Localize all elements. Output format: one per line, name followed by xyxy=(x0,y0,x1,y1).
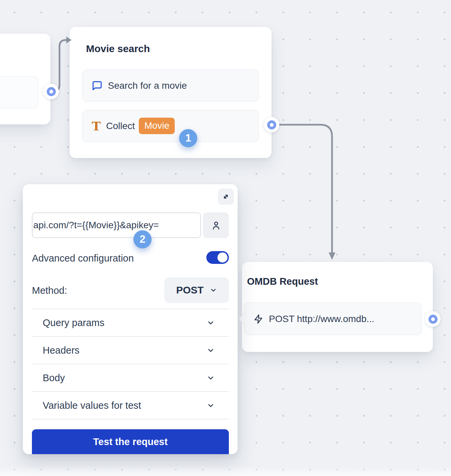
section-label: Body xyxy=(43,372,65,384)
webhook-step-row[interactable]: POST http://www.omdb... xyxy=(244,303,421,335)
section-label: Headers xyxy=(43,345,80,356)
chevron-down-icon[interactable] xyxy=(207,401,215,409)
section-variable-values[interactable]: Variable values for test xyxy=(32,392,229,419)
test-request-button[interactable]: Test the request xyxy=(32,429,229,454)
chevron-down-icon[interactable] xyxy=(207,374,215,382)
advanced-configuration-toggle[interactable] xyxy=(206,251,229,264)
section-label: Variable values for test xyxy=(43,400,141,411)
output-port-movie-search[interactable] xyxy=(264,117,279,132)
expand-icon xyxy=(221,192,230,201)
chevron-down-icon[interactable] xyxy=(207,319,215,327)
connector-upstream-to-movie-search xyxy=(51,40,67,91)
input-notch-icon xyxy=(239,313,250,324)
expand-button[interactable] xyxy=(218,189,234,205)
method-label: Method: xyxy=(32,285,67,296)
message-step-label: Search for a movie xyxy=(108,80,187,91)
section-headers[interactable]: Headers xyxy=(32,337,229,364)
step-badge-1: 1 xyxy=(179,129,197,147)
chevron-down-icon[interactable] xyxy=(207,346,215,354)
url-input-value: api.com/?t={{Movie}}&apikey= xyxy=(32,220,159,231)
port-ring-icon xyxy=(428,315,438,324)
step-badge-2: 2 xyxy=(133,230,152,248)
webhook-step-label: POST http://www.omdb... xyxy=(269,314,374,324)
divider xyxy=(32,419,229,420)
advanced-configuration-label: Advanced configuration xyxy=(32,253,134,264)
text-field-icon: T xyxy=(92,120,101,132)
person-button[interactable] xyxy=(203,212,229,238)
node-title: Movie search xyxy=(86,43,150,54)
section-label: Query params xyxy=(43,317,105,328)
person-icon xyxy=(211,220,221,230)
port-ring-icon xyxy=(47,87,56,96)
section-query-params[interactable]: Query params xyxy=(32,309,229,336)
chevron-down-icon xyxy=(210,286,217,294)
variable-badge[interactable]: Movie xyxy=(139,118,175,134)
flow-canvas[interactable]: Movie search Search for a movie T Collec… xyxy=(0,0,451,476)
bottom-fade xyxy=(0,466,451,476)
message-step-row[interactable]: Search for a movie xyxy=(82,70,259,102)
output-port-omdb[interactable] xyxy=(425,311,441,327)
port-ring-icon xyxy=(267,120,276,129)
node-title: OMDB Request xyxy=(247,276,318,287)
upstream-node-row[interactable] xyxy=(0,76,38,108)
connector-movie-search-to-omdb xyxy=(273,125,332,253)
movie-search-node[interactable]: Movie search Search for a movie T Collec… xyxy=(70,27,272,158)
url-input[interactable]: api.com/?t={{Movie}}&apikey= xyxy=(32,212,201,238)
method-value: POST xyxy=(176,284,204,296)
connector-arrowhead-down xyxy=(329,252,335,260)
upstream-node-partial[interactable] xyxy=(0,34,50,124)
omdb-request-node[interactable]: OMDB Request POST http://www.omdb... xyxy=(242,262,433,352)
section-body[interactable]: Body xyxy=(32,364,229,391)
collect-step-row[interactable]: T Collect Movie xyxy=(82,110,259,142)
collect-step-label: Collect xyxy=(106,121,135,131)
toggle-knob xyxy=(217,252,228,263)
method-dropdown[interactable]: POST xyxy=(164,277,229,303)
chat-bubble-icon xyxy=(92,80,102,91)
webhook-config-panel[interactable]: api.com/?t={{Movie}}&apikey= Advanced co… xyxy=(23,184,238,454)
output-port-upstream[interactable] xyxy=(43,84,59,99)
zap-icon xyxy=(253,314,263,324)
